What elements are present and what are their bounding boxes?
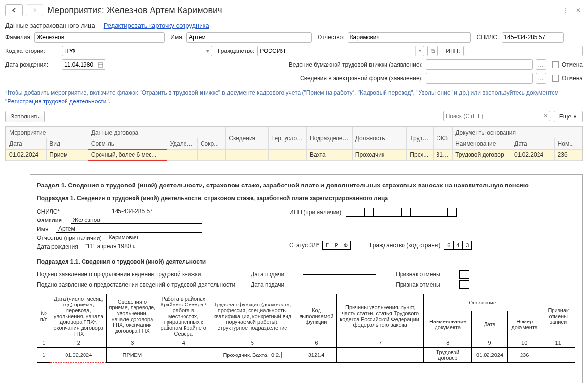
report-subsection-title: Подраздел 1. Сведения о трудовой (иной) … xyxy=(37,195,575,202)
col-short[interactable]: Сокр... xyxy=(197,138,225,150)
citizenship-select[interactable] xyxy=(257,46,424,56)
red-highlight: 0.2. xyxy=(270,352,282,358)
section-info-label: Данные застрахованного лица xyxy=(5,22,95,29)
col-okz[interactable]: ОКЗ xyxy=(433,127,453,150)
paper-cancel-label: Отмена xyxy=(562,61,583,68)
category-select[interactable] xyxy=(62,46,212,56)
inn-input[interactable] xyxy=(463,46,583,56)
col-func[interactable]: Трудовая функци xyxy=(407,127,433,150)
eform-cancel-checkbox[interactable] xyxy=(552,75,559,82)
calendar-icon[interactable] xyxy=(96,59,105,70)
close-icon[interactable]: ✕ xyxy=(574,6,583,15)
rpt-birth-label: Дата рождения xyxy=(37,243,78,250)
report-panel: Раздел 1. Сведения о трудовой (иной) дея… xyxy=(30,174,583,383)
edit-card-link[interactable]: Редактировать карточку сотрудника xyxy=(104,22,209,29)
eform-input[interactable] xyxy=(426,73,533,84)
rpt-snils-label: СНИЛС* xyxy=(37,208,105,215)
rpt-status-label: Статус ЗЛ* xyxy=(289,242,319,249)
inn-label: ИНН: xyxy=(446,48,460,54)
rpt-name-label: Имя xyxy=(37,226,51,233)
col-dept[interactable]: Подразделение xyxy=(307,127,353,150)
rpt-citizenship-label: Гражданство (код страны) xyxy=(370,242,440,249)
rpt-surname-label: Фамилия xyxy=(37,217,66,224)
col-sovm[interactable]: Совм-ль xyxy=(88,138,167,150)
clear-search-icon[interactable]: ✕ xyxy=(543,112,548,119)
chevron-down-icon: ▼ xyxy=(573,114,577,119)
report-data-row: 1 01.02.2024 ПРИЕМ Проходчик. Вахта. 0.2… xyxy=(37,348,575,363)
report-table: № п/п Дата (число, месяц, год) приема, п… xyxy=(37,294,575,363)
surname-input[interactable] xyxy=(34,32,165,43)
col-position[interactable]: Должность xyxy=(352,127,407,150)
paper-book-label: Ведение бумажной трудовой книжки (заявле… xyxy=(289,61,423,68)
rpt-name: Артем xyxy=(56,225,202,233)
col-info[interactable]: Сведения xyxy=(226,127,269,150)
rpt-patr-label: Отчество (при наличии) xyxy=(37,235,101,241)
col-remote[interactable]: Удален... xyxy=(167,138,198,150)
birth-label: Дата рождения: xyxy=(5,61,59,68)
name-label: Имя: xyxy=(170,34,184,41)
eform-cancel-label: Отмена xyxy=(562,75,583,82)
rpt-filing-label: Дата подачи xyxy=(251,271,284,278)
patronymic-label: Отчество: xyxy=(318,34,345,41)
kebab-menu-icon[interactable]: ⋮ xyxy=(560,6,570,15)
rpt-surname: Железнов xyxy=(71,217,202,224)
rpt-snils: 145-434-285 57 xyxy=(110,208,231,215)
ellipsis-button[interactable]: … xyxy=(536,73,546,84)
report-section-title: Раздел 1. Сведения о трудовой (иной) дея… xyxy=(37,182,575,189)
col-type[interactable]: Вид xyxy=(47,138,88,150)
col-event[interactable]: Мероприятие xyxy=(6,127,88,138)
rpt-cancel-cell xyxy=(459,270,469,279)
rpt-cancel-cell2 xyxy=(459,280,469,289)
nav-back-button[interactable] xyxy=(5,4,23,16)
patronymic-input[interactable] xyxy=(348,32,471,43)
rpt-citizenship-cells: 6 4 3 xyxy=(444,241,472,250)
rpt-cancelflag-label: Признак отмены xyxy=(396,271,440,278)
help-hint: Чтобы добавить мероприятие, включите фла… xyxy=(5,88,583,106)
rpt-patr: Каримович xyxy=(106,234,199,241)
snils-input[interactable] xyxy=(502,32,564,43)
rpt-filing-value xyxy=(303,274,376,275)
rpt-birth: "11" апреля 1980 г. xyxy=(83,243,141,250)
surname-label: Фамилия: xyxy=(5,34,32,41)
more-button[interactable]: Еще ▼ xyxy=(554,111,583,122)
rpt-filing-label2: Дата подачи xyxy=(251,281,284,288)
snils-label: СНИЛС: xyxy=(477,34,499,41)
rpt-paper-stmt: Подано заявление о продолжении ведения т… xyxy=(37,271,231,278)
fill-button[interactable]: Заполнить xyxy=(5,111,45,122)
col-date[interactable]: Дата xyxy=(6,138,47,150)
search-input[interactable] xyxy=(443,111,550,121)
rpt-filing-value2 xyxy=(303,285,376,285)
col-docs[interactable]: Документы основания xyxy=(453,127,582,138)
citizenship-label: Гражданство: xyxy=(218,48,254,54)
chevron-down-icon[interactable]: ▾ xyxy=(415,46,424,56)
col-doc-name[interactable]: Наименование xyxy=(453,138,511,150)
paper-cancel-checkbox[interactable] xyxy=(552,61,559,68)
rpt-inn-label: ИНН (при наличии) xyxy=(289,209,341,216)
ellipsis-button[interactable]: … xyxy=(536,59,546,70)
page-title: Мероприятия: Железнов Артем Каримович xyxy=(47,5,560,16)
rpt-subsection-11: Подраздел 1.1. Сведения о трудовой (иной… xyxy=(37,258,575,265)
col-contract[interactable]: Данные договора xyxy=(88,127,225,138)
nav-forward-button[interactable] xyxy=(26,4,43,16)
chevron-down-icon[interactable]: ▾ xyxy=(203,46,212,56)
col-doc-num[interactable]: Ном... xyxy=(554,138,582,150)
name-input[interactable] xyxy=(186,32,312,43)
svg-rect-0 xyxy=(98,63,103,67)
rpt-cancelflag-label2: Признак отмены xyxy=(396,281,440,288)
table-row[interactable]: 01.02.2024 Прием Срочный, более 6 мес...… xyxy=(6,150,582,161)
eform-label: Сведения в электронной форме (заявление)… xyxy=(300,75,423,82)
col-doc-date[interactable]: Дата xyxy=(511,138,555,150)
open-ref-button[interactable]: ⧉ xyxy=(427,46,438,56)
col-terr[interactable]: Тер. условия xyxy=(268,127,306,150)
events-grid[interactable]: Мероприятие Данные договора Сведения Тер… xyxy=(5,126,583,161)
rpt-inn-cells xyxy=(346,208,457,217)
category-label: Код категории: xyxy=(5,48,59,54)
rpt-status-cells: Г Р Ф xyxy=(323,241,351,250)
paper-book-input[interactable] xyxy=(426,59,533,70)
hint-link[interactable]: Регистрация трудовой деятельности xyxy=(7,98,106,105)
rpt-eform-stmt: Подано заявление о предоставлении сведен… xyxy=(37,281,231,288)
